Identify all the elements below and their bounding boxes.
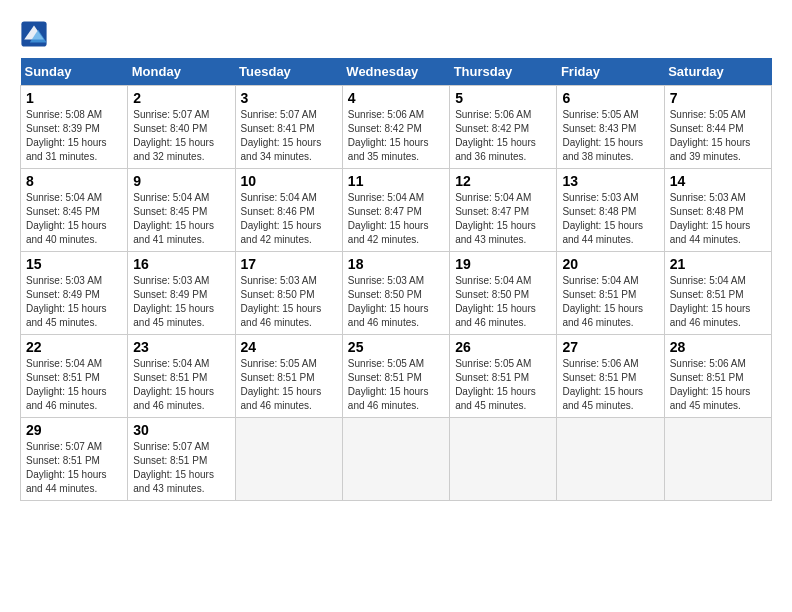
day-number: 24 — [241, 339, 337, 355]
day-number: 11 — [348, 173, 444, 189]
day-number: 15 — [26, 256, 122, 272]
day-number: 7 — [670, 90, 766, 106]
calendar-day-cell: 20 Sunrise: 5:04 AMSunset: 8:51 PMDaylig… — [557, 252, 664, 335]
calendar-day-cell — [557, 418, 664, 501]
day-number: 16 — [133, 256, 229, 272]
calendar-week-row: 29 Sunrise: 5:07 AMSunset: 8:51 PMDaylig… — [21, 418, 772, 501]
day-info: Sunrise: 5:06 AMSunset: 8:42 PMDaylight:… — [348, 109, 429, 162]
day-info: Sunrise: 5:03 AMSunset: 8:48 PMDaylight:… — [670, 192, 751, 245]
calendar-day-cell: 7 Sunrise: 5:05 AMSunset: 8:44 PMDayligh… — [664, 86, 771, 169]
day-number: 14 — [670, 173, 766, 189]
day-info: Sunrise: 5:04 AMSunset: 8:45 PMDaylight:… — [26, 192, 107, 245]
calendar-day-cell: 13 Sunrise: 5:03 AMSunset: 8:48 PMDaylig… — [557, 169, 664, 252]
calendar-day-cell: 24 Sunrise: 5:05 AMSunset: 8:51 PMDaylig… — [235, 335, 342, 418]
calendar-table: Sunday Monday Tuesday Wednesday Thursday… — [20, 58, 772, 501]
day-number: 5 — [455, 90, 551, 106]
calendar-day-cell: 3 Sunrise: 5:07 AMSunset: 8:41 PMDayligh… — [235, 86, 342, 169]
day-info: Sunrise: 5:03 AMSunset: 8:48 PMDaylight:… — [562, 192, 643, 245]
calendar-day-cell: 4 Sunrise: 5:06 AMSunset: 8:42 PMDayligh… — [342, 86, 449, 169]
calendar-day-cell: 26 Sunrise: 5:05 AMSunset: 8:51 PMDaylig… — [450, 335, 557, 418]
calendar-day-cell: 2 Sunrise: 5:07 AMSunset: 8:40 PMDayligh… — [128, 86, 235, 169]
day-number: 26 — [455, 339, 551, 355]
calendar-day-cell: 11 Sunrise: 5:04 AMSunset: 8:47 PMDaylig… — [342, 169, 449, 252]
col-wednesday: Wednesday — [342, 58, 449, 86]
day-info: Sunrise: 5:03 AMSunset: 8:49 PMDaylight:… — [26, 275, 107, 328]
day-info: Sunrise: 5:04 AMSunset: 8:50 PMDaylight:… — [455, 275, 536, 328]
day-info: Sunrise: 5:06 AMSunset: 8:42 PMDaylight:… — [455, 109, 536, 162]
day-info: Sunrise: 5:05 AMSunset: 8:51 PMDaylight:… — [455, 358, 536, 411]
day-info: Sunrise: 5:03 AMSunset: 8:50 PMDaylight:… — [348, 275, 429, 328]
day-info: Sunrise: 5:05 AMSunset: 8:51 PMDaylight:… — [241, 358, 322, 411]
calendar-day-cell: 16 Sunrise: 5:03 AMSunset: 8:49 PMDaylig… — [128, 252, 235, 335]
day-info: Sunrise: 5:04 AMSunset: 8:51 PMDaylight:… — [26, 358, 107, 411]
day-number: 29 — [26, 422, 122, 438]
col-tuesday: Tuesday — [235, 58, 342, 86]
calendar-day-cell: 6 Sunrise: 5:05 AMSunset: 8:43 PMDayligh… — [557, 86, 664, 169]
calendar-week-row: 22 Sunrise: 5:04 AMSunset: 8:51 PMDaylig… — [21, 335, 772, 418]
logo — [20, 20, 52, 48]
day-number: 21 — [670, 256, 766, 272]
day-number: 25 — [348, 339, 444, 355]
day-number: 28 — [670, 339, 766, 355]
calendar-day-cell: 9 Sunrise: 5:04 AMSunset: 8:45 PMDayligh… — [128, 169, 235, 252]
day-info: Sunrise: 5:04 AMSunset: 8:46 PMDaylight:… — [241, 192, 322, 245]
day-number: 4 — [348, 90, 444, 106]
calendar-day-cell: 15 Sunrise: 5:03 AMSunset: 8:49 PMDaylig… — [21, 252, 128, 335]
day-info: Sunrise: 5:07 AMSunset: 8:41 PMDaylight:… — [241, 109, 322, 162]
calendar-day-cell: 1 Sunrise: 5:08 AMSunset: 8:39 PMDayligh… — [21, 86, 128, 169]
day-info: Sunrise: 5:04 AMSunset: 8:51 PMDaylight:… — [670, 275, 751, 328]
calendar-day-cell: 21 Sunrise: 5:04 AMSunset: 8:51 PMDaylig… — [664, 252, 771, 335]
header-row: Sunday Monday Tuesday Wednesday Thursday… — [21, 58, 772, 86]
calendar-day-cell: 17 Sunrise: 5:03 AMSunset: 8:50 PMDaylig… — [235, 252, 342, 335]
logo-icon — [20, 20, 48, 48]
day-number: 20 — [562, 256, 658, 272]
day-number: 23 — [133, 339, 229, 355]
day-info: Sunrise: 5:03 AMSunset: 8:49 PMDaylight:… — [133, 275, 214, 328]
calendar-day-cell: 8 Sunrise: 5:04 AMSunset: 8:45 PMDayligh… — [21, 169, 128, 252]
calendar-day-cell: 18 Sunrise: 5:03 AMSunset: 8:50 PMDaylig… — [342, 252, 449, 335]
day-number: 12 — [455, 173, 551, 189]
day-number: 30 — [133, 422, 229, 438]
day-number: 8 — [26, 173, 122, 189]
day-info: Sunrise: 5:06 AMSunset: 8:51 PMDaylight:… — [562, 358, 643, 411]
calendar-week-row: 15 Sunrise: 5:03 AMSunset: 8:49 PMDaylig… — [21, 252, 772, 335]
calendar-day-cell: 10 Sunrise: 5:04 AMSunset: 8:46 PMDaylig… — [235, 169, 342, 252]
day-number: 1 — [26, 90, 122, 106]
day-number: 3 — [241, 90, 337, 106]
calendar-day-cell: 25 Sunrise: 5:05 AMSunset: 8:51 PMDaylig… — [342, 335, 449, 418]
day-info: Sunrise: 5:04 AMSunset: 8:51 PMDaylight:… — [562, 275, 643, 328]
day-number: 27 — [562, 339, 658, 355]
calendar-day-cell: 29 Sunrise: 5:07 AMSunset: 8:51 PMDaylig… — [21, 418, 128, 501]
day-number: 22 — [26, 339, 122, 355]
col-saturday: Saturday — [664, 58, 771, 86]
calendar-day-cell — [235, 418, 342, 501]
day-info: Sunrise: 5:04 AMSunset: 8:47 PMDaylight:… — [455, 192, 536, 245]
calendar-day-cell: 23 Sunrise: 5:04 AMSunset: 8:51 PMDaylig… — [128, 335, 235, 418]
calendar-day-cell: 12 Sunrise: 5:04 AMSunset: 8:47 PMDaylig… — [450, 169, 557, 252]
day-number: 18 — [348, 256, 444, 272]
calendar-day-cell: 22 Sunrise: 5:04 AMSunset: 8:51 PMDaylig… — [21, 335, 128, 418]
day-number: 9 — [133, 173, 229, 189]
col-thursday: Thursday — [450, 58, 557, 86]
day-info: Sunrise: 5:07 AMSunset: 8:40 PMDaylight:… — [133, 109, 214, 162]
day-info: Sunrise: 5:07 AMSunset: 8:51 PMDaylight:… — [133, 441, 214, 494]
day-number: 2 — [133, 90, 229, 106]
calendar-day-cell: 14 Sunrise: 5:03 AMSunset: 8:48 PMDaylig… — [664, 169, 771, 252]
calendar-day-cell: 5 Sunrise: 5:06 AMSunset: 8:42 PMDayligh… — [450, 86, 557, 169]
calendar-week-row: 8 Sunrise: 5:04 AMSunset: 8:45 PMDayligh… — [21, 169, 772, 252]
day-info: Sunrise: 5:08 AMSunset: 8:39 PMDaylight:… — [26, 109, 107, 162]
day-info: Sunrise: 5:03 AMSunset: 8:50 PMDaylight:… — [241, 275, 322, 328]
day-number: 19 — [455, 256, 551, 272]
day-number: 13 — [562, 173, 658, 189]
day-info: Sunrise: 5:05 AMSunset: 8:51 PMDaylight:… — [348, 358, 429, 411]
day-info: Sunrise: 5:04 AMSunset: 8:47 PMDaylight:… — [348, 192, 429, 245]
day-number: 6 — [562, 90, 658, 106]
calendar-day-cell — [342, 418, 449, 501]
page-wrapper: Sunday Monday Tuesday Wednesday Thursday… — [20, 20, 772, 501]
day-info: Sunrise: 5:05 AMSunset: 8:44 PMDaylight:… — [670, 109, 751, 162]
calendar-day-cell: 28 Sunrise: 5:06 AMSunset: 8:51 PMDaylig… — [664, 335, 771, 418]
calendar-day-cell: 27 Sunrise: 5:06 AMSunset: 8:51 PMDaylig… — [557, 335, 664, 418]
calendar-day-cell: 30 Sunrise: 5:07 AMSunset: 8:51 PMDaylig… — [128, 418, 235, 501]
col-sunday: Sunday — [21, 58, 128, 86]
header — [20, 20, 772, 48]
